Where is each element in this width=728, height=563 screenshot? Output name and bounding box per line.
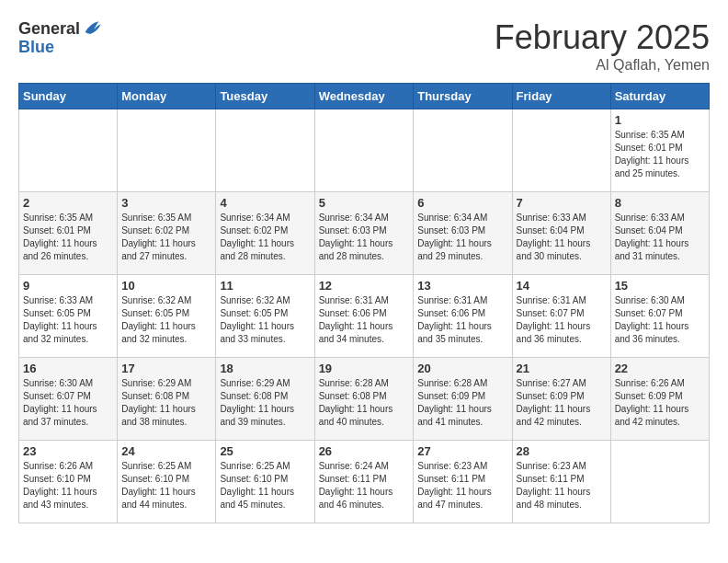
day-number: 13 xyxy=(417,279,507,293)
calendar-cell xyxy=(19,109,118,192)
calendar-week-2: 2Sunrise: 6:35 AM Sunset: 6:01 PM Daylig… xyxy=(19,192,710,275)
calendar-cell: 13Sunrise: 6:31 AM Sunset: 6:06 PM Dayli… xyxy=(414,275,512,358)
cell-info: Sunrise: 6:27 AM Sunset: 6:09 PM Dayligh… xyxy=(517,377,607,429)
calendar-cell xyxy=(118,109,216,192)
calendar-cell: 5Sunrise: 6:34 AM Sunset: 6:03 PM Daylig… xyxy=(314,192,414,275)
day-number: 24 xyxy=(121,444,211,458)
weekday-wednesday: Wednesday xyxy=(314,84,414,109)
calendar-cell: 16Sunrise: 6:30 AM Sunset: 6:07 PM Dayli… xyxy=(19,358,118,441)
cell-info: Sunrise: 6:34 AM Sunset: 6:03 PM Dayligh… xyxy=(319,212,410,263)
day-number: 1 xyxy=(615,113,705,127)
day-number: 14 xyxy=(517,279,607,293)
day-number: 17 xyxy=(121,362,211,375)
cell-info: Sunrise: 6:23 AM Sunset: 6:11 PM Dayligh… xyxy=(517,460,607,511)
day-number: 18 xyxy=(220,362,310,375)
cell-info: Sunrise: 6:32 AM Sunset: 6:05 PM Dayligh… xyxy=(220,294,310,346)
cell-info: Sunrise: 6:35 AM Sunset: 6:01 PM Dayligh… xyxy=(615,129,705,180)
calendar-week-3: 9Sunrise: 6:33 AM Sunset: 6:05 PM Daylig… xyxy=(19,275,710,358)
calendar-cell: 27Sunrise: 6:23 AM Sunset: 6:11 PM Dayli… xyxy=(414,441,512,523)
calendar-cell: 1Sunrise: 6:35 AM Sunset: 6:01 PM Daylig… xyxy=(610,109,709,192)
calendar-cell: 8Sunrise: 6:33 AM Sunset: 6:04 PM Daylig… xyxy=(610,192,709,275)
day-number: 3 xyxy=(121,196,211,210)
weekday-tuesday: Tuesday xyxy=(216,84,314,109)
calendar-cell: 23Sunrise: 6:26 AM Sunset: 6:10 PM Dayli… xyxy=(19,441,118,523)
calendar-cell xyxy=(512,109,610,192)
calendar-cell: 12Sunrise: 6:31 AM Sunset: 6:06 PM Dayli… xyxy=(314,275,414,358)
weekday-monday: Monday xyxy=(118,84,216,109)
day-number: 19 xyxy=(319,362,410,375)
day-number: 25 xyxy=(220,444,310,458)
calendar-cell xyxy=(414,109,512,192)
calendar-week-4: 16Sunrise: 6:30 AM Sunset: 6:07 PM Dayli… xyxy=(19,358,710,441)
cell-info: Sunrise: 6:30 AM Sunset: 6:07 PM Dayligh… xyxy=(615,294,705,346)
day-number: 5 xyxy=(319,196,410,210)
cell-info: Sunrise: 6:33 AM Sunset: 6:05 PM Dayligh… xyxy=(23,294,113,346)
calendar-cell: 28Sunrise: 6:23 AM Sunset: 6:11 PM Dayli… xyxy=(512,441,610,523)
cell-info: Sunrise: 6:35 AM Sunset: 6:02 PM Dayligh… xyxy=(121,212,211,263)
calendar-cell: 15Sunrise: 6:30 AM Sunset: 6:07 PM Dayli… xyxy=(610,275,709,358)
calendar-cell: 6Sunrise: 6:34 AM Sunset: 6:03 PM Daylig… xyxy=(414,192,512,275)
cell-info: Sunrise: 6:35 AM Sunset: 6:01 PM Dayligh… xyxy=(23,212,113,263)
day-number: 27 xyxy=(417,444,507,458)
day-number: 22 xyxy=(615,362,705,375)
cell-info: Sunrise: 6:24 AM Sunset: 6:11 PM Dayligh… xyxy=(319,460,410,511)
calendar-cell: 17Sunrise: 6:29 AM Sunset: 6:08 PM Dayli… xyxy=(118,358,216,441)
cell-info: Sunrise: 6:28 AM Sunset: 6:09 PM Dayligh… xyxy=(417,377,507,429)
calendar-cell: 7Sunrise: 6:33 AM Sunset: 6:04 PM Daylig… xyxy=(512,192,610,275)
cell-info: Sunrise: 6:31 AM Sunset: 6:06 PM Dayligh… xyxy=(319,294,410,346)
cell-info: Sunrise: 6:34 AM Sunset: 6:02 PM Dayligh… xyxy=(220,212,310,263)
day-number: 20 xyxy=(417,362,507,375)
cell-info: Sunrise: 6:28 AM Sunset: 6:08 PM Dayligh… xyxy=(319,377,410,429)
weekday-sunday: Sunday xyxy=(19,84,118,109)
calendar-cell xyxy=(610,441,709,523)
day-number: 12 xyxy=(319,279,410,293)
page-header: General Blue February 2025 Al Qaflah, Ye… xyxy=(18,18,710,74)
cell-info: Sunrise: 6:25 AM Sunset: 6:10 PM Dayligh… xyxy=(220,460,310,511)
day-number: 9 xyxy=(23,279,113,293)
calendar-cell: 26Sunrise: 6:24 AM Sunset: 6:11 PM Dayli… xyxy=(314,441,414,523)
calendar-cell xyxy=(314,109,414,192)
day-number: 2 xyxy=(23,196,113,210)
calendar-cell: 4Sunrise: 6:34 AM Sunset: 6:02 PM Daylig… xyxy=(216,192,314,275)
calendar-cell: 3Sunrise: 6:35 AM Sunset: 6:02 PM Daylig… xyxy=(118,192,216,275)
calendar-cell: 20Sunrise: 6:28 AM Sunset: 6:09 PM Dayli… xyxy=(414,358,512,441)
calendar-cell: 21Sunrise: 6:27 AM Sunset: 6:09 PM Dayli… xyxy=(512,358,610,441)
cell-info: Sunrise: 6:26 AM Sunset: 6:09 PM Dayligh… xyxy=(615,377,705,429)
weekday-header-row: SundayMondayTuesdayWednesdayThursdayFrid… xyxy=(19,84,710,109)
day-number: 28 xyxy=(517,444,607,458)
cell-info: Sunrise: 6:29 AM Sunset: 6:08 PM Dayligh… xyxy=(121,377,211,429)
day-number: 21 xyxy=(517,362,607,375)
cell-info: Sunrise: 6:25 AM Sunset: 6:10 PM Dayligh… xyxy=(121,460,211,511)
day-number: 7 xyxy=(517,196,607,210)
calendar-cell: 22Sunrise: 6:26 AM Sunset: 6:09 PM Dayli… xyxy=(610,358,709,441)
day-number: 16 xyxy=(23,362,113,375)
calendar-week-5: 23Sunrise: 6:26 AM Sunset: 6:10 PM Dayli… xyxy=(19,441,710,523)
calendar-cell: 11Sunrise: 6:32 AM Sunset: 6:05 PM Dayli… xyxy=(216,275,314,358)
day-number: 11 xyxy=(220,279,310,293)
calendar-cell: 9Sunrise: 6:33 AM Sunset: 6:05 PM Daylig… xyxy=(19,275,118,358)
cell-info: Sunrise: 6:31 AM Sunset: 6:06 PM Dayligh… xyxy=(417,294,507,346)
weekday-thursday: Thursday xyxy=(414,84,512,109)
day-number: 15 xyxy=(615,279,705,293)
calendar-cell: 10Sunrise: 6:32 AM Sunset: 6:05 PM Dayli… xyxy=(118,275,216,358)
day-number: 26 xyxy=(319,444,410,458)
calendar-cell: 2Sunrise: 6:35 AM Sunset: 6:01 PM Daylig… xyxy=(19,192,118,275)
cell-info: Sunrise: 6:30 AM Sunset: 6:07 PM Dayligh… xyxy=(23,377,113,429)
cell-info: Sunrise: 6:34 AM Sunset: 6:03 PM Dayligh… xyxy=(417,212,507,263)
day-number: 6 xyxy=(417,196,507,210)
calendar-cell: 24Sunrise: 6:25 AM Sunset: 6:10 PM Dayli… xyxy=(118,441,216,523)
day-number: 23 xyxy=(23,444,113,458)
calendar-week-1: 1Sunrise: 6:35 AM Sunset: 6:01 PM Daylig… xyxy=(19,109,710,192)
day-number: 8 xyxy=(615,196,705,210)
logo-bird-icon xyxy=(82,18,102,39)
cell-info: Sunrise: 6:31 AM Sunset: 6:07 PM Dayligh… xyxy=(517,294,607,346)
title-section: February 2025 Al Qaflah, Yemen xyxy=(495,18,710,74)
cell-info: Sunrise: 6:29 AM Sunset: 6:08 PM Dayligh… xyxy=(220,377,310,429)
day-number: 10 xyxy=(121,279,211,293)
calendar-table: SundayMondayTuesdayWednesdayThursdayFrid… xyxy=(18,83,710,523)
weekday-friday: Friday xyxy=(512,84,610,109)
location-title: Al Qaflah, Yemen xyxy=(495,57,710,74)
weekday-saturday: Saturday xyxy=(610,84,709,109)
cell-info: Sunrise: 6:33 AM Sunset: 6:04 PM Dayligh… xyxy=(517,212,607,263)
logo: General Blue xyxy=(18,18,102,56)
